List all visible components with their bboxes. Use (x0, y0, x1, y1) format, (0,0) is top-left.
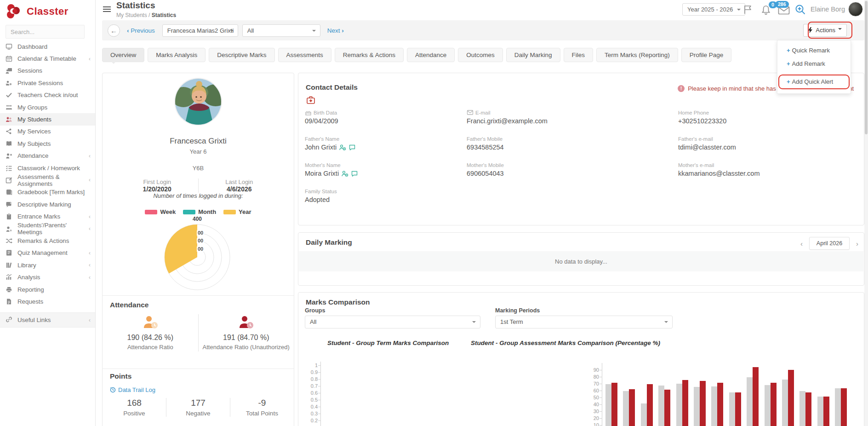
sidebar-item-useful-links[interactable]: Useful Links ‹ (0, 312, 95, 328)
sidebar-item-private-sessions[interactable]: Private Sessions (0, 77, 95, 89)
person-clock-icon (238, 322, 254, 330)
sidebar-item-attendance[interactable]: Attendance‹ (0, 150, 95, 162)
bar-group (658, 386, 664, 426)
y-tick-label: 1 (304, 363, 318, 368)
svg-text:00: 00 (198, 238, 203, 243)
sidebar-item-requests[interactable]: Requests (0, 295, 95, 307)
chat-icon[interactable] (351, 170, 358, 177)
group-filter-select[interactable]: All (242, 24, 320, 37)
tab-profile-page[interactable]: Profile Page (681, 48, 732, 62)
sidebar-item-label: Library (17, 262, 36, 269)
tab-outcomes[interactable]: Outcomes (458, 48, 503, 62)
flag-icon[interactable] (743, 5, 754, 15)
tab-attendance[interactable]: Attendance (407, 48, 455, 62)
month-button[interactable]: April 2026 (809, 237, 850, 250)
points-section-title: Points (110, 372, 131, 380)
sidebar-search[interactable] (6, 25, 85, 39)
next-button[interactable]: Next › (327, 27, 344, 34)
contact-field-mother-s-name: Mother's NameMoira Grixti (305, 161, 457, 177)
sidebar-item-entrance-marks[interactable]: Entrance Marks‹ (0, 210, 95, 222)
sidebar-item-classwork-homework[interactable]: Classwork / Homework (0, 162, 95, 174)
groups-select[interactable]: All (305, 316, 480, 328)
app-logo[interactable]: Classter (5, 3, 69, 20)
sidebar-item-analysis[interactable]: Analysis‹ (0, 271, 95, 283)
tab-daily-marking[interactable]: Daily Marking (506, 48, 560, 62)
sidebar-item-my-students[interactable]: My Students (0, 113, 95, 125)
tab-files[interactable]: Files (564, 48, 594, 62)
chevron-left-icon[interactable]: ‹ (800, 240, 803, 248)
page-scrollbar[interactable] (864, 0, 868, 426)
tab-descriptive-marks[interactable]: Descriptive Marks (209, 48, 274, 62)
data-trail-log-link[interactable]: Data Trail Log (110, 386, 155, 393)
tab-marks-analysis[interactable]: Marks Analysis (148, 48, 206, 62)
menu-item-add-remark[interactable]: +Add Remark (777, 58, 851, 70)
menu-item-add-quick-alert[interactable]: +Add Quick Alert (777, 76, 851, 88)
y-tick-label: 0.8 (304, 376, 318, 382)
previous-button[interactable]: ‹ Previous (127, 27, 155, 34)
bar-student (664, 390, 670, 426)
sidebar-item-students-parents-meetings[interactable]: Students'/Parents' Meetings‹ (0, 223, 95, 235)
student-select[interactable]: Francesca Marias2 Grixti (162, 24, 238, 37)
hamburger-menu-icon[interactable] (103, 6, 111, 13)
actions-button[interactable]: Actions (803, 24, 847, 37)
zoom-in-icon[interactable] (794, 4, 806, 16)
sidebar-item-calendar-timetable[interactable]: Calendar & Timetable‹ (0, 52, 95, 64)
sidebar-item-label: Reporting (17, 286, 44, 293)
divider (103, 368, 294, 369)
tab-remarks-actions[interactable]: Remarks & Actions (335, 48, 404, 62)
sidebar-item-gradebook-term-marks[interactable]: Gradebook [Term Marks] (0, 186, 95, 198)
chat-icon[interactable] (348, 144, 356, 151)
person-phone-icon[interactable] (341, 170, 348, 177)
student-photo (174, 78, 222, 126)
sidebar-item-reporting[interactable]: Reporting (0, 283, 95, 295)
bar-group (623, 391, 629, 426)
person-phone-icon[interactable] (339, 144, 346, 151)
sidebar-item-assessments-assignments[interactable]: Assessments & Assignments‹ (0, 174, 95, 186)
back-button[interactable]: ← (108, 24, 120, 37)
sidebar-item-my-services[interactable]: My Services (0, 126, 95, 138)
sidebar-item-remarks-actions[interactable]: Remarks & Actions (0, 235, 95, 247)
search-input[interactable] (6, 25, 85, 39)
contact-field-label: E-mail (467, 109, 669, 116)
tab-assessments[interactable]: Assessments (278, 48, 331, 62)
avatar[interactable] (848, 2, 863, 17)
year-selector[interactable]: Year 2025 - 2026 (682, 3, 745, 16)
chevron-left-icon: ‹ (89, 317, 91, 323)
sidebar-item-label: Teachers Check in/out (17, 92, 78, 98)
sidebar-item-descriptive-marking[interactable]: Descriptive Marking (0, 198, 95, 210)
term-marks-chart-title: Student - Group Term Marks Comparison (327, 340, 449, 346)
sidebar-item-quiz-management[interactable]: Quiz Management‹ (0, 247, 95, 259)
sidebar-item-my-groups[interactable]: My Groups (0, 101, 95, 113)
menu-item-quick-remark[interactable]: +Quick Remark (777, 45, 851, 57)
bar-student (788, 370, 794, 426)
attendance-stat: 190 (84.26 %)Attendance Ratio (103, 314, 199, 351)
services-icon (6, 128, 13, 135)
remarks-icon (6, 237, 13, 244)
contact-details-card: Contact Details ! Please keep in mind th… (298, 73, 864, 225)
sidebar-item-dashboard[interactable]: Dashboard (0, 40, 95, 52)
contact-field-label: Father's Mobile (467, 135, 669, 142)
divider (103, 295, 294, 296)
breadcrumb-current: Statistics (152, 12, 176, 18)
medical-kit-icon[interactable] (307, 96, 315, 104)
classter-logo-icon (5, 3, 22, 20)
descriptive-icon (6, 201, 13, 208)
sidebar-item-my-subjects[interactable]: My Subjects (0, 138, 95, 150)
attendance-label: Attendance Ratio (103, 343, 198, 351)
breadcrumb-parent[interactable]: My Students (116, 12, 147, 18)
sidebar-item-sessions[interactable]: Sessions (0, 65, 95, 77)
user-menu[interactable]: Elaine Borg (811, 6, 853, 13)
sidebar-item-teachers-check-in-out[interactable]: Teachers Check in/out (0, 89, 95, 101)
chevron-down-icon (737, 9, 741, 12)
points-label: Negative (166, 410, 230, 417)
scrollbar-thumb[interactable] (865, 1, 868, 134)
messages-badge[interactable]: 286 (775, 1, 789, 8)
bar-student (805, 392, 811, 426)
no-data-message: No data to display... (299, 251, 863, 271)
sidebar-item-library[interactable]: Library‹ (0, 259, 95, 271)
tab-overview[interactable]: Overview (102, 48, 144, 62)
contact-field-mother-s-mobile: Mother's Mobile6906054043 (467, 161, 669, 177)
chevron-right-icon[interactable]: › (856, 240, 858, 248)
tab-term-marks-reporting[interactable]: Term Marks (Reporting) (596, 48, 678, 62)
bar-group (641, 403, 647, 426)
